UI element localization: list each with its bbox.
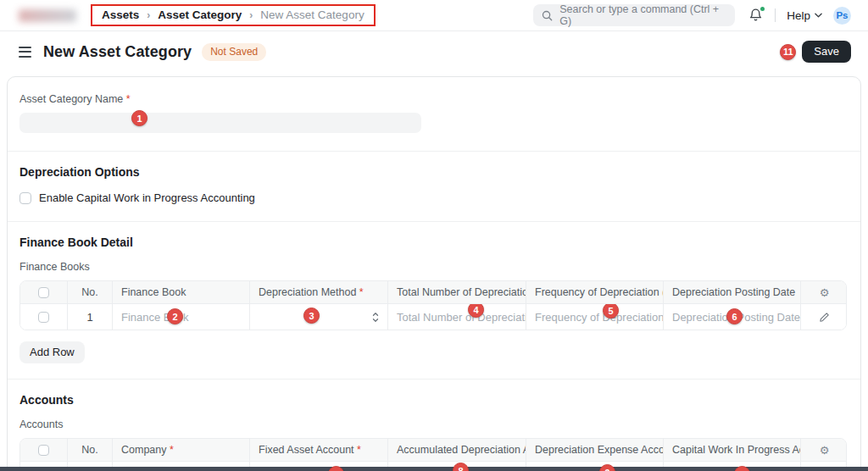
breadcrumb: Assets › Asset Category › New Asset Cate… <box>91 4 376 26</box>
enable-cwip-label: Enable Capital Work in Progress Accounti… <box>39 191 255 204</box>
depreciation-method-select-cell[interactable]: 3 <box>249 304 387 330</box>
col-header-frequency: Frequency of Depreciation (... <box>526 281 663 303</box>
col-header-accumulated-depreciation: Accumulated Depreciation A... <box>387 439 526 461</box>
accounts-header-row: No. Company * Fixed Asset Account * Accu… <box>20 439 846 462</box>
finance-books-add-row-button[interactable]: Add Row <box>19 341 85 363</box>
annotation-badge-6: 6 <box>726 308 743 324</box>
total-depreciations-cell[interactable]: Total Number of Depreciatio 4 <box>387 304 526 330</box>
finance-books-header-row: No. Finance Book Depreciation Method * T… <box>20 281 846 304</box>
section-accounts: Accounts Accounts No. Company * Fixed As… <box>8 379 860 471</box>
annotation-badge-11: 11 <box>780 44 796 60</box>
notification-dot <box>760 7 765 11</box>
finance-book-cell[interactable]: Finance Book 2 <box>112 304 249 330</box>
navbar-divider <box>775 8 776 22</box>
search-icon <box>542 10 553 21</box>
col-header-posting-date: Depreciation Posting Date <box>663 281 800 303</box>
finance-book-detail-heading: Finance Book Detail <box>19 236 849 249</box>
search-placeholder: Search or type a command (Ctrl + G) <box>559 3 726 27</box>
finance-books-row-1: 1 Finance Book 2 3 Total Number of Depre… <box>20 304 846 330</box>
table-settings-gear-icon[interactable]: ⚙ <box>820 287 830 298</box>
breadcrumb-item-new-asset-category: New Asset Category <box>260 8 364 21</box>
finance-books-table-label: Finance Books <box>19 261 849 273</box>
annotation-badge-3: 3 <box>303 308 320 324</box>
required-mark: * <box>126 93 131 105</box>
frequency-cell[interactable]: Frequency of Depreciation 5 <box>526 304 663 330</box>
col-header-finance-book: Finance Book <box>112 281 249 303</box>
breadcrumb-item-asset-category[interactable]: Asset Category <box>158 8 242 21</box>
col-header-depreciation-expense: Depreciation Expense Acco... <box>526 439 663 461</box>
enable-cwip-checkbox[interactable] <box>19 192 31 204</box>
col-header-cwip-account: Capital Work In Progress Ac... <box>663 439 800 461</box>
annotation-badge-2: 2 <box>167 308 183 324</box>
enable-cwip-checkbox-row[interactable]: Enable Capital Work in Progress Accounti… <box>19 191 849 204</box>
col-header-total-depreciations: Total Number of Depreciatio... <box>387 281 526 303</box>
top-navbar: Assets › Asset Category › New Asset Cate… <box>0 0 868 31</box>
sidebar-toggle-icon[interactable] <box>17 45 33 59</box>
asset-category-name-input[interactable] <box>19 113 421 133</box>
accounts-table-label: Accounts <box>19 418 849 430</box>
select-all-checkbox[interactable] <box>38 445 49 456</box>
select-all-checkbox[interactable] <box>38 287 49 298</box>
col-header-no: No. <box>67 439 112 461</box>
posting-date-cell[interactable]: Depreciation Posting Date 6 <box>663 304 800 330</box>
section-finance-book-detail: Finance Book Detail Finance Books No. Fi… <box>8 221 860 379</box>
accounts-heading: Accounts <box>19 393 849 407</box>
save-button[interactable]: Save <box>802 41 851 63</box>
edit-row-pencil-icon[interactable] <box>819 312 830 323</box>
annotation-badge-9: 9 <box>599 464 615 471</box>
global-search-input[interactable]: Search or type a command (Ctrl + G) <box>533 4 735 26</box>
chevron-down-icon <box>815 13 822 18</box>
row-checkbox[interactable] <box>38 312 49 323</box>
breadcrumb-separator-icon: › <box>147 9 150 21</box>
finance-books-table: No. Finance Book Depreciation Method * T… <box>19 280 847 330</box>
section-asset-category-name: Asset Category Name * 1 <box>8 77 860 151</box>
row-number: 1 <box>67 304 112 330</box>
notifications-bell-icon[interactable] <box>748 8 764 23</box>
depreciation-options-heading: Depreciation Options <box>19 165 849 179</box>
breadcrumb-item-assets[interactable]: Assets <box>102 8 139 21</box>
page-header: New Asset Category Not Saved 11 Save <box>0 31 868 72</box>
help-menu[interactable]: Help <box>787 9 822 22</box>
section-depreciation-options: Depreciation Options Enable Capital Work… <box>8 151 860 221</box>
col-header-no: No. <box>67 281 112 303</box>
col-header-company: Company * <box>112 439 249 461</box>
status-badge: Not Saved <box>202 43 266 61</box>
col-header-depreciation-method: Depreciation Method * <box>249 281 387 303</box>
user-avatar[interactable]: Ps <box>833 7 851 25</box>
annotation-badge-8: 8 <box>453 463 469 471</box>
table-settings-gear-icon[interactable]: ⚙ <box>820 445 830 456</box>
page-title: New Asset Category <box>43 43 192 61</box>
form-card: Asset Category Name * 1 Depreciation Opt… <box>7 76 861 471</box>
breadcrumb-separator-icon: › <box>249 9 253 21</box>
select-chevrons-icon <box>372 312 379 323</box>
help-label: Help <box>787 9 810 22</box>
col-header-fixed-asset-account: Fixed Asset Account * <box>249 439 387 461</box>
annotation-badge-1: 1 <box>131 110 147 126</box>
asset-category-name-label: Asset Category Name * <box>19 93 849 105</box>
app-logo-redacted[interactable] <box>19 9 76 22</box>
